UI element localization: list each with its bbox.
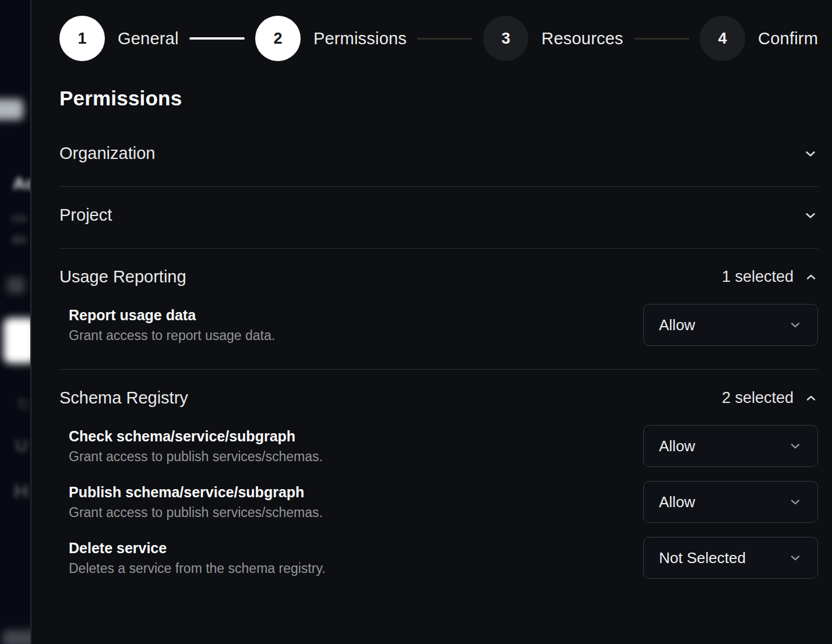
permission-row-delete-service: Delete service Deletes a service from th… xyxy=(59,537,818,579)
selected-count-badge: 1 selected xyxy=(722,268,794,286)
select-value: Allow xyxy=(659,316,695,334)
app-sidebar-blurred: Ac co as Ti U H xyxy=(0,0,31,644)
section-title: Organization xyxy=(59,144,155,163)
step-connector xyxy=(634,38,689,40)
step-number-badge: 1 xyxy=(59,16,105,61)
permission-description: Grant access to publish services/schemas… xyxy=(69,449,323,465)
page-title: Permissions xyxy=(59,87,818,110)
section-header-organization[interactable]: Organization xyxy=(59,144,818,163)
sidebar-text-fragment: co xyxy=(12,210,26,226)
sidebar-text-fragment: Ti xyxy=(16,396,29,414)
permission-title: Report usage data xyxy=(69,307,275,324)
permission-description: Grant access to publish services/schemas… xyxy=(69,505,323,521)
step-label: Confirm xyxy=(758,29,818,48)
permission-description: Deletes a service from the schema regist… xyxy=(69,561,326,576)
permission-sections: Organization Project Usage Reporting 1 s… xyxy=(59,125,818,602)
chevron-up-icon xyxy=(804,391,818,405)
chevron-down-icon xyxy=(803,208,818,223)
permission-select-delete-service[interactable]: Not Selected xyxy=(643,537,818,579)
section-usage-reporting: Usage Reporting 1 selected Report usage … xyxy=(59,249,818,370)
section-header-project[interactable]: Project xyxy=(59,206,818,225)
step-label: Resources xyxy=(541,29,623,48)
section-title: Project xyxy=(59,206,112,225)
wizard-stepper: 1 General 2 Permissions 3 Resources 4 Co… xyxy=(59,16,818,61)
select-value: Allow xyxy=(659,437,695,455)
section-schema-registry: Schema Registry 2 selected Check schema/… xyxy=(59,370,818,602)
permission-title: Check schema/service/subgraph xyxy=(69,428,323,445)
selected-count-badge: 2 selected xyxy=(722,389,794,407)
sidebar-text-fragment: Ac xyxy=(13,174,31,193)
section-project: Project xyxy=(59,187,818,249)
step-label: Permissions xyxy=(313,29,407,48)
step-number-badge: 4 xyxy=(700,16,745,61)
select-value: Not Selected xyxy=(659,549,746,567)
sidebar-text-fragment: H xyxy=(14,480,29,503)
section-title: Usage Reporting xyxy=(59,267,186,286)
section-header-usage-reporting[interactable]: Usage Reporting 1 selected xyxy=(59,267,818,286)
step-resources[interactable]: 3 Resources xyxy=(483,16,623,61)
permission-description: Grant access to report usage data. xyxy=(69,328,275,344)
step-confirm[interactable]: 4 Confirm xyxy=(700,16,818,61)
step-connector xyxy=(417,38,473,40)
chevron-up-icon xyxy=(804,270,818,284)
chevron-down-icon xyxy=(803,146,818,161)
chevron-down-icon xyxy=(788,439,802,453)
select-value: Allow xyxy=(659,493,695,511)
sidebar-avatar-blob xyxy=(3,318,31,363)
chevron-down-icon xyxy=(788,551,802,565)
sidebar-text-fragment: U xyxy=(15,436,28,455)
sidebar-logo-blob xyxy=(0,99,23,120)
section-header-schema-registry[interactable]: Schema Registry 2 selected xyxy=(59,388,818,408)
permission-select-report-usage-data[interactable]: Allow xyxy=(643,304,818,346)
step-number-badge: 3 xyxy=(483,16,528,61)
sidebar-text-fragment: as xyxy=(12,231,26,247)
permission-title: Delete service xyxy=(69,540,326,557)
step-general[interactable]: 1 General xyxy=(59,16,179,61)
step-number-badge: 2 xyxy=(255,16,301,61)
step-permissions[interactable]: 2 Permissions xyxy=(255,16,407,61)
section-organization: Organization xyxy=(59,125,818,187)
permission-row-publish-schema: Publish schema/service/subgraph Grant ac… xyxy=(59,481,818,523)
section-title: Schema Registry xyxy=(59,388,188,408)
permission-title: Publish schema/service/subgraph xyxy=(69,484,323,501)
chevron-down-icon xyxy=(788,495,802,509)
sidebar-bottom-blob xyxy=(2,630,31,644)
permission-row-report-usage-data: Report usage data Grant access to report… xyxy=(59,304,818,346)
permission-row-check-schema: Check schema/service/subgraph Grant acce… xyxy=(59,425,818,467)
permission-select-check-schema[interactable]: Allow xyxy=(643,425,818,467)
step-label: General xyxy=(118,29,179,48)
chevron-down-icon xyxy=(788,318,802,332)
create-key-wizard-panel: 1 General 2 Permissions 3 Resources 4 Co… xyxy=(33,0,832,644)
step-connector xyxy=(189,37,245,40)
sidebar-icon-blob xyxy=(7,277,24,293)
permission-select-publish-schema[interactable]: Allow xyxy=(643,481,818,523)
